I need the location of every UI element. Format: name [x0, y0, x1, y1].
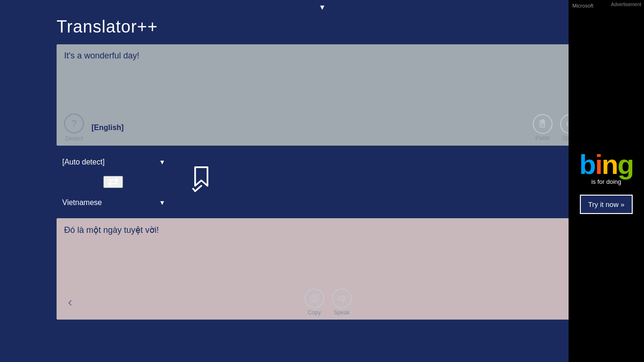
target-language-wrapper: Vietnamese English French Spanish German: [57, 192, 170, 213]
source-controls: ? Detect [English]: [64, 110, 580, 146]
main-content: Translator++ ? Detect [English]: [0, 12, 644, 362]
source-language-select[interactable]: [Auto detect] English French Spanish Ger…: [57, 151, 170, 172]
copy-icon: [310, 294, 319, 303]
speak-output-label: Speak: [334, 309, 350, 316]
source-controls-left: ? Detect [English]: [64, 114, 124, 142]
source-area: ? Detect [English]: [57, 44, 587, 146]
translate-icon: [185, 163, 218, 196]
swap-languages-button[interactable]: [103, 176, 123, 188]
copy-label: Copy: [308, 309, 321, 316]
translate-action[interactable]: [185, 163, 218, 196]
speak-output-button[interactable]: [332, 288, 352, 308]
svg-rect-4: [541, 125, 543, 126]
bing-tagline: is for doing: [591, 178, 621, 185]
app-title: Translator++: [57, 17, 587, 37]
output-controls: ‹ Copy: [64, 285, 580, 320]
chevron-down-icon: ▾: [320, 2, 324, 12]
output-area: Đó là một ngày tuyệt vời! ‹ Copy: [57, 218, 587, 320]
detected-language: [English]: [91, 123, 124, 132]
speak-output-icon: [337, 294, 347, 303]
output-text: Đó là một ngày tuyệt vời!: [64, 225, 580, 285]
copy-button-group: Copy: [305, 288, 324, 316]
output-controls-right: Copy Speak: [305, 288, 352, 316]
source-language-wrapper: [Auto detect] English French Spanish Ger…: [57, 151, 170, 172]
paste-button[interactable]: [533, 114, 553, 134]
copy-button[interactable]: [305, 288, 324, 308]
prev-translation-button[interactable]: ‹: [64, 296, 76, 309]
microsoft-logo: Microsoft: [572, 3, 594, 8]
source-input[interactable]: [64, 51, 580, 110]
bing-logo: bing is for doing: [579, 148, 633, 185]
try-it-now-button[interactable]: Try it now »: [580, 195, 633, 214]
lang-selectors: [Auto detect] English French Spanish Ger…: [57, 151, 170, 213]
svg-rect-2: [541, 122, 545, 123]
swap-arrows-icon: [106, 177, 120, 187]
detect-button-group: ? Detect: [64, 114, 84, 142]
detect-label: Detect: [65, 135, 83, 142]
detect-button[interactable]: ?: [64, 114, 84, 133]
target-language-select[interactable]: Vietnamese English French Spanish German: [57, 192, 170, 213]
bing-wordmark: bing: [579, 148, 633, 180]
paste-label: Paste: [536, 135, 550, 141]
advertisement-label: Advertisement: [611, 2, 641, 7]
svg-rect-3: [541, 124, 545, 125]
top-chevron[interactable]: ▾: [0, 0, 644, 12]
language-selector-row: [Auto detect] English French Spanish Ger…: [57, 151, 587, 213]
paste-icon: [538, 119, 547, 129]
paste-button-group: Paste: [533, 114, 553, 141]
ad-panel: Advertisement Microsoft bing is for doin…: [569, 0, 644, 362]
output-nav: ‹: [64, 296, 76, 309]
speak-output-button-group: Speak: [332, 288, 352, 316]
try-it-now-label: Try it now »: [588, 200, 625, 208]
svg-marker-8: [339, 295, 344, 302]
